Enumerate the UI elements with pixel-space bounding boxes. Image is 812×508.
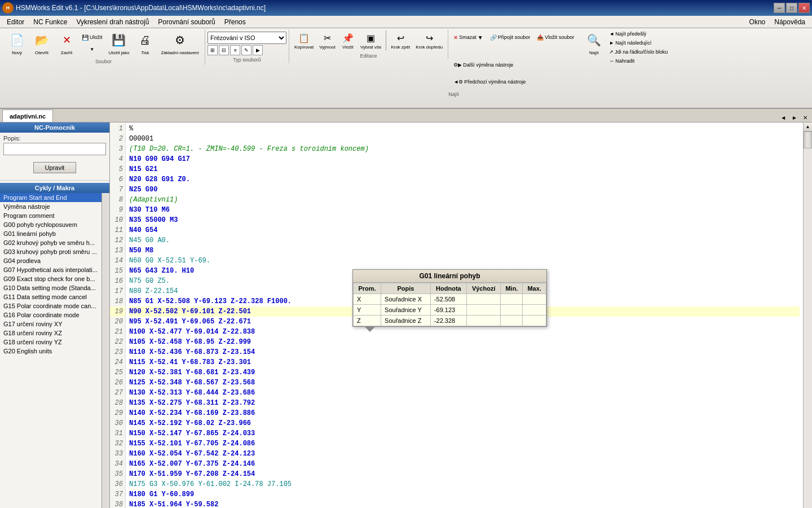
cykly-item[interactable]: G11 Data setting mode cancel	[0, 292, 102, 301]
code-line[interactable]: N165 X-52.007 Y-67.375 Z-24.146	[129, 459, 800, 469]
code-line[interactable]: N145 X-52.192 Y-68.02 Z-23.966	[129, 418, 800, 428]
code-line[interactable]: N150 X-52.147 Y-67.865 Z-24.033	[129, 428, 800, 439]
code-line[interactable]: (Adaptivni1)	[129, 195, 800, 205]
selectall-button[interactable]: ▣ Vybrat vše	[358, 29, 385, 51]
prev-tool-button[interactable]: ◄⚙ Předchozí výměna nástroje	[451, 74, 528, 90]
minimize-button[interactable]: ─	[774, 3, 785, 13]
tab-prev-button[interactable]: ◄	[778, 113, 788, 122]
cykly-item[interactable]: G20 English units	[0, 347, 102, 356]
scroll-thumb[interactable]	[804, 132, 812, 148]
cykly-item[interactable]: G18 určení roviny XZ	[0, 329, 102, 338]
code-line[interactable]: N50 M8	[129, 246, 800, 256]
scroll-track[interactable]	[804, 132, 812, 508]
code-line[interactable]: N180 G1 Y-60.899	[129, 489, 800, 500]
code-line[interactable]: N110 X-52.436 Y-68.873 Z-23.154	[129, 347, 800, 357]
close-file-button[interactable]: ✕ Zavřít	[54, 29, 79, 57]
cykly-item[interactable]: G01 lineární pohyb	[0, 229, 102, 238]
find-prev-button[interactable]: ◄ Najít předešlý	[606, 29, 670, 38]
search-button[interactable]: 🔍 Najít	[581, 29, 606, 57]
chain-split-button[interactable]: 🔗 Připojit soubor	[487, 29, 533, 45]
code-line[interactable]: N25 G90	[129, 185, 800, 195]
maximize-button[interactable]: □	[786, 3, 797, 13]
code-line[interactable]: N140 X-52.234 Y-68.169 Z-23.886	[129, 408, 800, 418]
new-button[interactable]: 📄 Nový	[5, 29, 29, 57]
cykly-item[interactable]: G10 Data setting mode (Standa...	[0, 283, 102, 292]
code-line[interactable]: N60 G0 X-52.51 Y-69.	[129, 256, 800, 266]
cykly-item[interactable]: G16 Polar coordinate mode	[0, 310, 102, 319]
menu-okno[interactable]: Okno	[745, 16, 770, 28]
menu-nc-funkce[interactable]: NC Funkce	[29, 16, 72, 28]
code-line[interactable]: (T10 D=20. CR=1. - ZMIN=-40.599 - Freza …	[129, 144, 800, 154]
code-line[interactable]: N160 X-52.054 Y-67.542 Z-24.123	[129, 449, 800, 459]
save-arrow[interactable]: ▼	[79, 45, 105, 53]
code-line[interactable]: N20 G28 G91 Z0.	[129, 174, 800, 185]
cut-button[interactable]: ✂ Vyjmout	[316, 29, 338, 51]
ftype-icon-3[interactable]: ≡	[230, 45, 240, 55]
cykly-item[interactable]: G15 Polar coordinate mode can...	[0, 301, 102, 310]
vertical-scrollbar[interactable]: ▲ ▼	[803, 122, 812, 508]
find-next-button[interactable]: ► Najít následující	[606, 38, 670, 47]
code-line[interactable]: N100 X-52.477 Y-69.014 Z-22.838	[129, 327, 800, 337]
code-line[interactable]: N105 X-52.458 Y-68.95 Z-22.999	[129, 337, 800, 347]
scroll-up-button[interactable]: ▲	[804, 122, 812, 132]
code-line[interactable]: N175 G3 X-50.976 Y-61.002 I-24.78 J7.105	[129, 479, 800, 489]
goto-button[interactable]: ↗ Jdi na řádku/číslo bloku	[606, 47, 670, 56]
tab-adaptivni[interactable]: adaptivni.nc	[2, 110, 53, 122]
replace-button[interactable]: ↔ Nahradit	[606, 56, 670, 65]
code-line[interactable]: N35 S5000 M3	[129, 215, 800, 225]
ftype-icon-5[interactable]: ▶	[253, 45, 263, 55]
cykly-item[interactable]: G18 určení roviny YZ	[0, 338, 102, 347]
cykly-item[interactable]: Program Start and End	[0, 193, 102, 202]
tab-close-button[interactable]: ✕	[801, 113, 810, 122]
print-button[interactable]: 🖨 Tisk	[133, 29, 157, 57]
cykly-item[interactable]: Výměna nástroje	[0, 202, 102, 211]
menu-vykresleni[interactable]: Vykreslení drah nástrojů	[72, 16, 153, 28]
filetype-select[interactable]: Frézování v ISO	[208, 32, 286, 44]
ftype-icon-2[interactable]: ⊟	[219, 45, 229, 55]
menu-prenos[interactable]: Přenos	[220, 16, 250, 28]
code-line[interactable]: N115 X-52.41 Y-68.783 Z-23.301	[129, 357, 800, 367]
saveas-button[interactable]: 💾 Uložit jako	[105, 29, 133, 57]
delete-split-button[interactable]: ✕ Smazat ▼	[451, 29, 486, 45]
code-line[interactable]: N125 X-52.348 Y-68.567 Z-23.568	[129, 378, 800, 388]
cykly-item[interactable]: G00 pohyb rychloposuvem	[0, 220, 102, 229]
code-line[interactable]: N185 X-51.964 Y-59.582	[129, 500, 800, 508]
save-split-button[interactable]: 💾 Uložit ▼	[79, 29, 105, 53]
code-line[interactable]: O00001	[129, 134, 800, 144]
settings-button[interactable]: ⚙ Základní nastavení	[157, 29, 202, 57]
upravit-button[interactable]: Upravit	[33, 162, 77, 173]
code-line[interactable]: N120 X-52.381 Y-68.681 Z-23.439	[129, 367, 800, 378]
back-button[interactable]: ↩ Krok zpět	[388, 29, 413, 51]
insert-split-button[interactable]: 📥 Vložit soubor	[534, 29, 577, 45]
cykly-item[interactable]: G02 kruhový pohyb ve směru h...	[0, 238, 102, 247]
code-line[interactable]: N45 G0 A0.	[129, 235, 800, 246]
code-line[interactable]: N15 G21	[129, 164, 800, 174]
cykly-item[interactable]: G07 Hypothetical axis interpolati...	[0, 265, 102, 274]
close-button[interactable]: ✕	[798, 3, 810, 13]
menu-editor[interactable]: Editor	[2, 16, 29, 28]
code-line[interactable]: N135 X-52.275 Y-68.311 Z-23.792	[129, 398, 800, 408]
menu-napoveda[interactable]: Nápověda	[770, 16, 810, 28]
cykly-item[interactable]: G09 Exact stop check for one b...	[0, 274, 102, 283]
popis-input[interactable]	[3, 143, 106, 155]
menu-porovnani[interactable]: Porovnání souborů	[153, 16, 219, 28]
copy-button[interactable]: 📋 Kopírovat	[292, 29, 316, 51]
cykly-item[interactable]: G03 kruhový pohyb proti směru ...	[0, 247, 102, 256]
tab-next-button[interactable]: ►	[789, 113, 800, 122]
cykly-item[interactable]: G04 prodleva	[0, 256, 102, 265]
cykly-item[interactable]: Program comment	[0, 211, 102, 220]
open-button[interactable]: 📂 Otevřít	[29, 29, 54, 57]
next-tool-button[interactable]: ⚙▶ Další výměna nástroje	[451, 57, 528, 73]
ftype-icon-4[interactable]: ✎	[241, 45, 251, 55]
ftype-icon-1[interactable]: ⊞	[208, 45, 218, 55]
code-line[interactable]: N155 X-52.101 Y-67.705 Z-24.086	[129, 439, 800, 449]
cykly-scrollbar[interactable]	[102, 193, 109, 508]
code-line[interactable]: N10 G90 G94 G17	[129, 154, 800, 164]
forward-button[interactable]: ↪ Krok dopředu	[413, 29, 445, 51]
code-line[interactable]: N130 X-52.313 Y-68.444 Z-23.686	[129, 388, 800, 398]
paste-button[interactable]: 📌 Vložit	[338, 29, 358, 51]
titlebar-controls[interactable]: ─ □ ✕	[774, 3, 810, 13]
code-line[interactable]: N40 G54	[129, 225, 800, 235]
code-line[interactable]: %	[129, 124, 800, 134]
code-line[interactable]: N170 X-51.959 Y-67.208 Z-24.154	[129, 469, 800, 479]
